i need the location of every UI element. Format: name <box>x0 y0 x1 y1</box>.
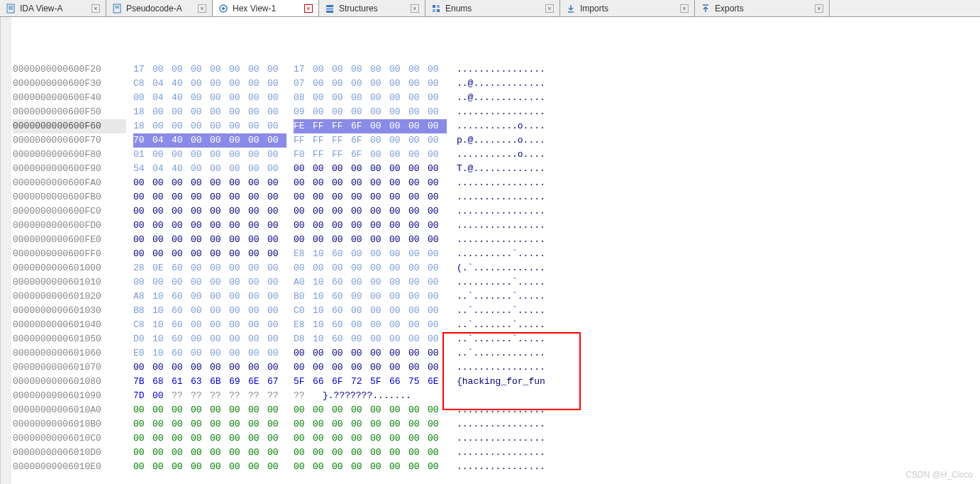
hex-ascii: ...........o.... <box>447 119 545 133</box>
enum-icon <box>431 4 441 13</box>
hex-bytes-a: 280E600000000000 <box>133 261 286 275</box>
hex-bytes-a: 0000000000000000 <box>133 275 286 290</box>
hex-row[interactable]: 00000000006010907D00??????????????}.????… <box>13 389 979 403</box>
tab-imports[interactable]: Imports × <box>560 0 695 16</box>
hex-row[interactable]: 0000000000600F90540440000000000000000000… <box>13 162 979 176</box>
hex-row[interactable]: 0000000000600FC0000000000000000000000000… <box>13 204 979 219</box>
hex-row[interactable]: 0000000000601030B810600000000000C0106000… <box>13 304 979 318</box>
hex-bytes-a: 1700000000000000 <box>133 62 286 77</box>
close-icon[interactable]: × <box>545 4 554 13</box>
hex-row[interactable]: 00000000006010B0000000000000000000000000… <box>13 417 979 431</box>
hex-ascii: ................ <box>447 431 545 446</box>
hex-address: 0000000000601070 <box>13 361 126 375</box>
hex-row[interactable]: 0000000000600FE0000000000000000000000000… <box>13 233 979 247</box>
hex-row[interactable]: 0000000000600FD0000000000000000000000000… <box>13 219 979 233</box>
hex-dump[interactable]: 0000000000600F20170000000000000017000000… <box>11 17 980 484</box>
hex-address: 00000000006010C0 <box>13 431 126 446</box>
hex-address: 0000000000600FF0 <box>13 247 126 261</box>
hex-bytes-a: 0000000000000000 <box>133 361 286 375</box>
hex-row[interactable]: 0000000000600F707004400000000000FFFFFF6F… <box>13 133 979 148</box>
svg-rect-15 <box>437 9 440 12</box>
tab-label: IDA View-A <box>20 4 62 13</box>
hex-row[interactable]: 00000000006010E0000000000000000000000000… <box>13 460 979 474</box>
hex-ascii: ................ <box>447 105 545 119</box>
tab-label: Pseudocode-A <box>126 4 182 13</box>
tab-pseudocode[interactable]: Pseudocode-A × <box>106 0 213 16</box>
hex-row[interactable]: 0000000000601020A810600000000000B0106000… <box>13 290 979 304</box>
tab-ida-view[interactable]: IDA View-A × <box>0 0 106 16</box>
hex-address: 00000000006010B0 <box>13 417 126 431</box>
tab-label: Structures <box>339 4 378 13</box>
hex-row[interactable]: 0000000000600F601800000000000000FEFFFF6F… <box>13 119 979 133</box>
svg-rect-9 <box>326 5 333 7</box>
hex-bytes-b: 0000000000000000 <box>294 460 447 474</box>
scrollbar-left[interactable] <box>0 17 11 484</box>
hex-address: 0000000000600FB0 <box>13 190 126 204</box>
close-icon[interactable]: × <box>91 4 100 13</box>
hex-row[interactable]: 0000000000601000280E60000000000000000000… <box>13 261 979 275</box>
hex-ascii: ..`.......`..... <box>447 290 545 304</box>
tab-exports[interactable]: Exports × <box>695 0 830 16</box>
hex-address: 00000000006010D0 <box>13 446 126 460</box>
hex-bytes-b: 0000000000000000 <box>294 204 447 219</box>
hex-address: 00000000006010E0 <box>13 460 126 474</box>
hex-bytes-b: FFFFFF6F00000000 <box>294 133 447 148</box>
hex-row[interactable]: 00000000006010100000000000000000A0106000… <box>13 275 979 290</box>
hex-bytes-b: 5F666F725F66756E <box>294 375 447 389</box>
hex-row[interactable]: 00000000006010D0000000000000000000000000… <box>13 446 979 460</box>
svg-rect-0 <box>7 4 14 13</box>
hex-bytes-a: 5404400000000000 <box>133 162 286 176</box>
hex-bytes-b: E810600000000000 <box>294 247 447 261</box>
hex-bytes-a: 7004400000000000 <box>133 133 286 148</box>
hex-ascii: ................ <box>447 417 545 431</box>
tab-label: Hex View-1 <box>233 4 276 13</box>
hex-row[interactable]: 0000000000601050D010600000000000D8106000… <box>13 332 979 346</box>
hex-ascii: ................ <box>447 190 545 204</box>
import-icon <box>566 4 576 13</box>
svg-rect-4 <box>113 4 121 13</box>
hex-row[interactable]: 00000000006010A0000000000000000000000000… <box>13 403 979 417</box>
hex-bytes-a: E010600000000000 <box>133 346 286 361</box>
hex-bytes-b: 0000000000000000 <box>294 176 447 190</box>
close-icon[interactable]: × <box>411 4 419 13</box>
hex-row[interactable]: 0000000000600F800100000000000000F0FFFF6F… <box>13 148 979 162</box>
hex-ascii: ...........o.... <box>447 148 545 162</box>
hex-row[interactable]: 00000000006010807B6861636B696E675F666F72… <box>13 375 979 389</box>
svg-rect-12 <box>433 5 435 8</box>
close-icon[interactable]: × <box>198 4 206 13</box>
tab-enums[interactable]: Enums × <box>425 0 560 16</box>
hex-ascii: ..`.......`..... <box>447 318 545 332</box>
close-icon[interactable]: × <box>815 4 823 13</box>
struct-icon <box>325 4 335 13</box>
hex-row[interactable]: 0000000000600F20170000000000000017000000… <box>13 62 979 77</box>
hex-row[interactable]: 00000000006010C0000000000000000000000000… <box>13 431 979 446</box>
hex-row[interactable]: 0000000000600FB0000000000000000000000000… <box>13 190 979 204</box>
close-icon[interactable]: × <box>680 4 689 13</box>
hex-address: 0000000000601020 <box>13 290 126 304</box>
hex-bytes-a: 0004400000000000 <box>133 91 286 105</box>
hex-row[interactable]: 0000000000601070000000000000000000000000… <box>13 361 979 375</box>
hex-bytes-a: 0000000000000000 <box>133 176 286 190</box>
tab-structures[interactable]: Structures × <box>319 0 425 16</box>
hex-row[interactable]: 0000000000601060E01060000000000000000000… <box>13 346 979 361</box>
tab-hex-view[interactable]: Hex View-1 × <box>213 0 319 16</box>
close-icon[interactable]: × <box>304 4 313 13</box>
hex-address: 0000000000601090 <box>13 389 126 403</box>
hex-row[interactable]: 0000000000600F40000440000000000008000000… <box>13 91 979 105</box>
hex-ascii: ..........`..... <box>447 275 545 290</box>
hex-bytes-a: 0000000000000000 <box>133 190 286 204</box>
hex-row[interactable]: 0000000000601040C810600000000000E8106000… <box>13 318 979 332</box>
hex-bytes-b: B010600000000000 <box>294 290 447 304</box>
hex-icon <box>218 4 228 13</box>
hex-bytes-b: 1700000000000000 <box>294 62 447 77</box>
hex-address: 0000000000600F20 <box>13 62 126 77</box>
hex-bytes-b: 0700000000000000 <box>294 77 447 91</box>
hex-row[interactable]: 0000000000600F30C80440000000000007000000… <box>13 77 979 91</box>
hex-ascii: ................ <box>447 446 545 460</box>
hex-bytes-a: 0000000000000000 <box>133 204 286 219</box>
hex-row[interactable]: 0000000000600FF00000000000000000E8106000… <box>13 247 979 261</box>
hex-row[interactable]: 0000000000600FA0000000000000000000000000… <box>13 176 979 190</box>
hex-address: 0000000000601010 <box>13 275 126 290</box>
hex-ascii: ................ <box>447 403 545 417</box>
hex-row[interactable]: 0000000000600F50180000000000000009000000… <box>13 105 979 119</box>
